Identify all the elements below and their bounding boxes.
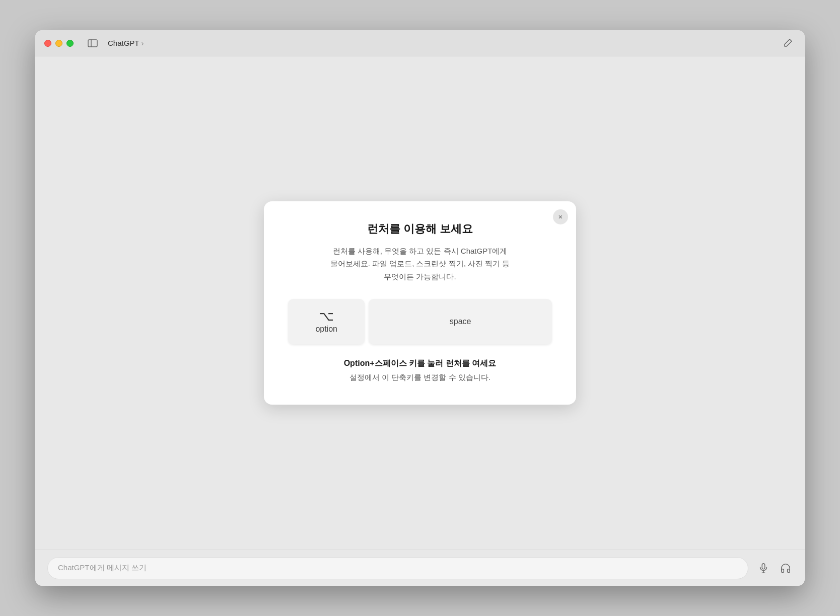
main-content: × 런처를 이용해 보세요 런처를 사용해, 무엇을 하고 있든 즉시 Chat… <box>35 56 805 550</box>
svg-rect-0 <box>88 40 97 47</box>
input-actions <box>756 561 793 575</box>
minimize-button[interactable] <box>55 40 62 47</box>
space-key-label: space <box>450 317 471 326</box>
option-key-label: option <box>315 325 337 334</box>
shortcut-note: 설정에서 이 단축키를 변경할 수 있습니다. <box>288 373 552 382</box>
close-button[interactable] <box>44 40 51 47</box>
modal-description: 런처를 사용해, 무엇을 하고 있든 즉시 ChatGPT에게 물어보세요. 파… <box>288 245 552 283</box>
app-window: ChatGPT › × 런처를 이용해 보세요 런처를 사용해, 무엇을 하고 … <box>35 30 805 586</box>
sidebar-toggle-button[interactable] <box>85 37 101 49</box>
mic-button[interactable] <box>756 561 771 575</box>
compose-button[interactable] <box>780 35 796 51</box>
modal-title: 런처를 이용해 보세요 <box>288 221 552 237</box>
modal-close-button[interactable]: × <box>553 209 568 224</box>
svg-rect-2 <box>762 563 765 569</box>
launcher-modal: × 런처를 이용해 보세요 런처를 사용해, 무엇을 하고 있든 즉시 Chat… <box>264 201 576 405</box>
maximize-button[interactable] <box>66 40 74 47</box>
window-title: ChatGPT › <box>108 39 144 47</box>
titlebar: ChatGPT › <box>35 30 805 56</box>
message-input-placeholder: ChatGPT에게 메시지 쓰기 <box>58 563 147 573</box>
shortcut-instruction: Option+스페이스 키를 눌러 런처를 여세요 <box>288 358 552 369</box>
bottom-bar: ChatGPT에게 메시지 쓰기 <box>35 550 805 586</box>
space-key: space <box>369 299 552 344</box>
modal-overlay: × 런처를 이용해 보세요 런처를 사용해, 무엇을 하고 있든 즉시 Chat… <box>35 56 805 550</box>
keyboard-shortcut-display: ⌥ option space <box>288 299 552 344</box>
option-key: ⌥ option <box>288 299 365 344</box>
headphones-button[interactable] <box>779 561 793 575</box>
option-key-symbol: ⌥ <box>319 310 334 323</box>
message-input[interactable]: ChatGPT에게 메시지 쓰기 <box>47 557 748 579</box>
traffic-lights <box>44 40 74 47</box>
